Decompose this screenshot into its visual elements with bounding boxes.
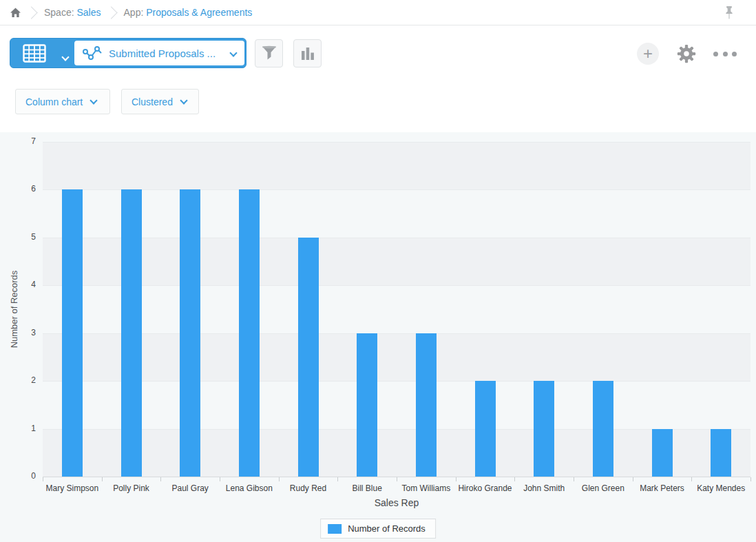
home-icon[interactable] xyxy=(10,7,21,18)
bar-chart-icon xyxy=(300,46,315,61)
plot-band xyxy=(43,333,750,381)
y-tick-label: 6 xyxy=(11,184,36,194)
x-category-label: Rudy Red xyxy=(279,483,338,493)
pin-icon[interactable] xyxy=(724,6,734,23)
gridline xyxy=(43,285,750,286)
plot-band xyxy=(43,238,750,285)
breadcrumb-app-link[interactable]: Proposals & Agreements xyxy=(146,7,252,18)
gridline xyxy=(43,429,750,430)
table-view-button[interactable] xyxy=(10,39,59,67)
bar-mark-peters[interactable] xyxy=(652,429,673,477)
gridline xyxy=(43,381,750,382)
legend-swatch xyxy=(328,524,342,534)
grouping-dropdown[interactable]: Clustered xyxy=(121,89,199,114)
breadcrumb-space: Space: Sales xyxy=(44,7,101,18)
gridline xyxy=(43,189,750,190)
view-switcher-group: Submitted Proposals ... xyxy=(10,38,246,68)
x-tick xyxy=(337,477,338,481)
x-tick xyxy=(160,477,161,481)
add-record-button[interactable]: + xyxy=(637,43,659,65)
breadcrumb-app: App: Proposals & Agreements xyxy=(124,7,253,18)
chart-type-dropdown[interactable]: Column chart xyxy=(15,89,110,114)
breadcrumb: Space: Sales App: Proposals & Agreements xyxy=(0,0,756,25)
x-tick xyxy=(514,477,515,481)
plot-area: 01234567Mary SimpsonPolly PinkPaul GrayL… xyxy=(43,142,750,477)
bar-lena-gibson[interactable] xyxy=(239,189,260,477)
x-tick xyxy=(633,477,633,481)
y-tick-label: 2 xyxy=(11,375,36,385)
x-category-label: Polly Pink xyxy=(102,483,161,493)
breadcrumb-separator-icon xyxy=(105,6,117,19)
filter-button[interactable] xyxy=(255,39,283,67)
more-options-button[interactable] xyxy=(713,50,737,57)
x-tick xyxy=(43,477,43,481)
bar-tom-williams[interactable] xyxy=(416,333,437,477)
bar-katy-mendes[interactable] xyxy=(711,429,731,477)
bar-paul-gray[interactable] xyxy=(180,189,200,477)
breadcrumb-space-prefix: Space: xyxy=(44,7,74,18)
y-tick-label: 1 xyxy=(11,424,36,433)
plot-band xyxy=(43,142,750,189)
y-tick-label: 5 xyxy=(11,232,36,242)
table-icon xyxy=(23,44,46,63)
bar-polly-pink[interactable] xyxy=(121,189,142,477)
legend-label: Number of Records xyxy=(348,523,426,534)
x-tick xyxy=(691,477,692,481)
ellipsis-icon xyxy=(723,52,728,56)
chevron-down-icon xyxy=(61,53,69,61)
plus-icon: + xyxy=(643,45,653,62)
view-switcher-caret[interactable] xyxy=(63,50,68,63)
bar-hiroko-grande[interactable] xyxy=(475,381,496,477)
gridline xyxy=(43,333,750,334)
breadcrumb-app-prefix: App: xyxy=(124,7,144,18)
chart-legend: Number of Records xyxy=(320,519,436,539)
x-tick xyxy=(456,477,456,481)
bar-glen-green[interactable] xyxy=(593,381,613,477)
bar-john-smith[interactable] xyxy=(534,381,554,477)
x-category-label: Lena Gibson xyxy=(220,483,279,493)
funnel-icon xyxy=(261,45,277,61)
y-tick-label: 0 xyxy=(11,471,36,481)
x-category-label: Tom Williams xyxy=(397,483,456,493)
line-chart-icon xyxy=(83,46,103,61)
x-category-label: Glen Green xyxy=(574,483,633,493)
x-tick xyxy=(220,477,220,481)
chevron-down-icon xyxy=(180,96,187,104)
chart-type-label: Column chart xyxy=(25,96,83,107)
ellipsis-icon xyxy=(732,52,737,56)
x-axis-title: Sales Rep xyxy=(43,497,750,508)
y-tick-label: 7 xyxy=(11,136,36,146)
ellipsis-icon xyxy=(713,52,718,56)
gridline xyxy=(43,238,750,238)
x-category-label: Hiroko Grande xyxy=(456,483,515,493)
x-tick xyxy=(750,477,751,481)
x-tick xyxy=(397,477,397,481)
plot-band xyxy=(43,429,750,477)
bar-rudy-red[interactable] xyxy=(298,238,319,477)
x-category-label: Mary Simpson xyxy=(43,483,102,493)
y-tick-label: 3 xyxy=(11,328,36,337)
x-tick xyxy=(279,477,280,481)
bar-mary-simpson[interactable] xyxy=(62,189,83,477)
chevron-down-icon xyxy=(229,49,237,56)
y-tick-label: 4 xyxy=(11,280,36,289)
view-dropdown[interactable]: Submitted Proposals ... xyxy=(74,41,244,65)
app-page: Space: Sales App: Proposals & Agreements xyxy=(0,0,756,542)
x-category-label: Mark Peters xyxy=(633,483,692,493)
settings-button[interactable] xyxy=(676,43,697,64)
x-category-label: Paul Gray xyxy=(160,483,220,493)
breadcrumb-space-link[interactable]: Sales xyxy=(76,7,101,18)
chart-button[interactable] xyxy=(293,39,322,67)
breadcrumb-separator-icon xyxy=(25,6,37,19)
gear-icon xyxy=(676,43,697,64)
x-category-label: Katy Mendes xyxy=(691,483,750,493)
chart-section: Number of Records 01234567Mary SimpsonPo… xyxy=(0,132,756,542)
grouping-label: Clustered xyxy=(132,96,173,107)
x-category-label: Bill Blue xyxy=(337,483,397,493)
x-tick xyxy=(102,477,103,481)
view-dropdown-label: Submitted Proposals ... xyxy=(109,48,231,59)
bar-bill-blue[interactable] xyxy=(357,333,377,477)
x-category-label: John Smith xyxy=(514,483,574,493)
x-tick xyxy=(574,477,574,481)
chevron-down-icon xyxy=(90,96,98,104)
